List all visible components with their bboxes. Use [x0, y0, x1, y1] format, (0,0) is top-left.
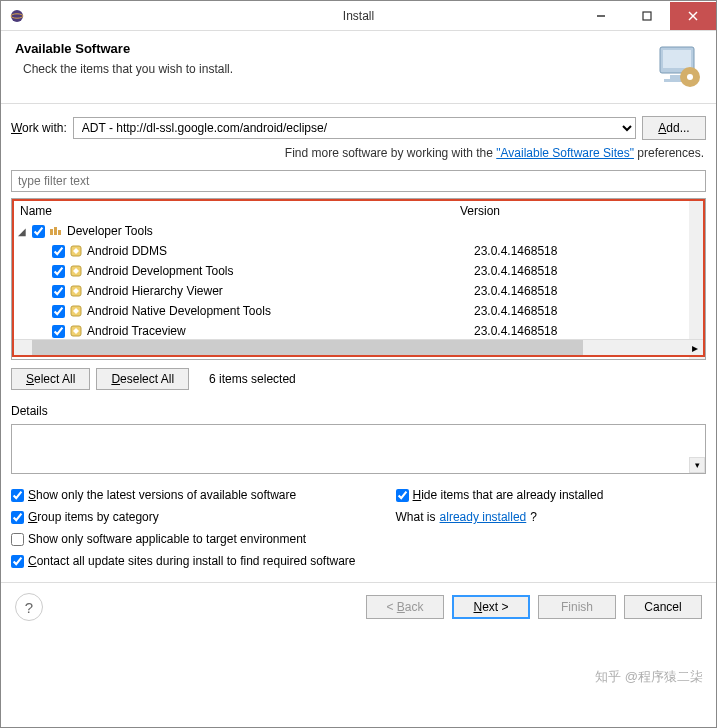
feature-icon	[69, 244, 83, 258]
available-sites-link[interactable]: "Available Software Sites"	[496, 146, 634, 160]
find-more-text: Find more software by working with the "…	[11, 146, 704, 160]
finish-button[interactable]: Finish	[538, 595, 616, 619]
back-button[interactable]: < Back	[366, 595, 444, 619]
dialog-header: Available Software Check the items that …	[1, 31, 716, 104]
tree-feature-row[interactable]: Android Hierarchy Viewer23.0.4.1468518	[14, 281, 703, 301]
work-with-select[interactable]: ADT - http://dl-ssl.google.com/android/e…	[73, 117, 636, 139]
feature-checkbox[interactable]	[52, 305, 65, 318]
eclipse-icon	[9, 8, 25, 24]
feature-checkbox[interactable]	[52, 325, 65, 338]
option-contact-sites[interactable]: Contact all update sites during install …	[11, 554, 356, 568]
feature-label: Android DDMS	[87, 244, 167, 258]
add-button[interactable]: Add...	[642, 116, 706, 140]
maximize-button[interactable]	[624, 2, 670, 30]
option-show-applicable[interactable]: Show only software applicable to target …	[11, 532, 356, 546]
feature-icon	[69, 324, 83, 338]
details-text[interactable]: ▾	[11, 424, 706, 474]
details-label: Details	[11, 404, 706, 418]
feature-icon	[69, 304, 83, 318]
feature-label: Android Traceview	[87, 324, 186, 338]
feature-version: 23.0.4.1468518	[474, 244, 557, 258]
filter-input[interactable]	[11, 170, 706, 192]
category-checkbox[interactable]	[32, 225, 45, 238]
svg-rect-12	[50, 229, 53, 235]
deselect-all-button[interactable]: Deselect All	[96, 368, 189, 390]
minimize-button[interactable]	[578, 2, 624, 30]
divider	[1, 582, 716, 583]
tree-category-row[interactable]: ◢Developer Tools	[14, 221, 703, 241]
tree-feature-row[interactable]: Android DDMS23.0.4.1468518	[14, 241, 703, 261]
category-label: Developer Tools	[67, 224, 153, 238]
horizontal-scrollbar[interactable]: ▸	[14, 339, 703, 355]
window-title: Install	[343, 9, 374, 23]
install-icon	[654, 41, 702, 89]
feature-label: Android Hierarchy Viewer	[87, 284, 223, 298]
feature-checkbox[interactable]	[52, 245, 65, 258]
feature-label: Android Development Tools	[87, 264, 234, 278]
feature-icon	[69, 284, 83, 298]
software-tree: Name Version ◢Developer ToolsAndroid DDM…	[11, 198, 706, 360]
work-with-label: Work with:	[11, 121, 67, 135]
feature-label: Android Native Development Tools	[87, 304, 271, 318]
tree-feature-row[interactable]: Android Native Development Tools23.0.4.1…	[14, 301, 703, 321]
option-group-category[interactable]: Group items by category	[11, 510, 356, 524]
help-button[interactable]: ?	[15, 593, 43, 621]
svg-point-0	[11, 10, 23, 22]
watermark: 知乎 @程序猿二柒	[595, 668, 703, 686]
feature-checkbox[interactable]	[52, 265, 65, 278]
items-selected-label: 6 items selected	[209, 372, 296, 386]
tree-feature-row[interactable]: Android Traceview23.0.4.1468518	[14, 321, 703, 341]
expand-icon[interactable]: ◢	[18, 226, 28, 237]
next-button[interactable]: Next >	[452, 595, 530, 619]
feature-version: 23.0.4.1468518	[474, 284, 557, 298]
feature-icon	[69, 264, 83, 278]
page-description: Check the items that you wish to install…	[23, 62, 654, 76]
already-installed-link[interactable]: already installed	[440, 510, 527, 524]
column-version[interactable]: Version	[454, 202, 506, 220]
select-all-button[interactable]: Select All	[11, 368, 90, 390]
svg-rect-7	[663, 50, 691, 68]
what-is-installed: What is already installed?	[396, 510, 604, 524]
feature-version: 23.0.4.1468518	[474, 264, 557, 278]
svg-rect-3	[643, 12, 651, 20]
page-title: Available Software	[15, 41, 654, 56]
tree-feature-row[interactable]: Android Development Tools23.0.4.1468518	[14, 261, 703, 281]
option-show-latest[interactable]: Show only the latest versions of availab…	[11, 488, 356, 502]
feature-checkbox[interactable]	[52, 285, 65, 298]
cancel-button[interactable]: Cancel	[624, 595, 702, 619]
svg-rect-13	[54, 227, 57, 235]
column-name[interactable]: Name	[14, 202, 454, 220]
svg-rect-14	[58, 230, 61, 235]
feature-version: 23.0.4.1468518	[474, 324, 557, 338]
feature-version: 23.0.4.1468518	[474, 304, 557, 318]
option-hide-installed[interactable]: Hide items that are already installed	[396, 488, 604, 502]
category-icon	[49, 224, 63, 238]
svg-point-11	[687, 74, 693, 80]
close-button[interactable]	[670, 2, 716, 30]
titlebar: Install	[1, 1, 716, 31]
